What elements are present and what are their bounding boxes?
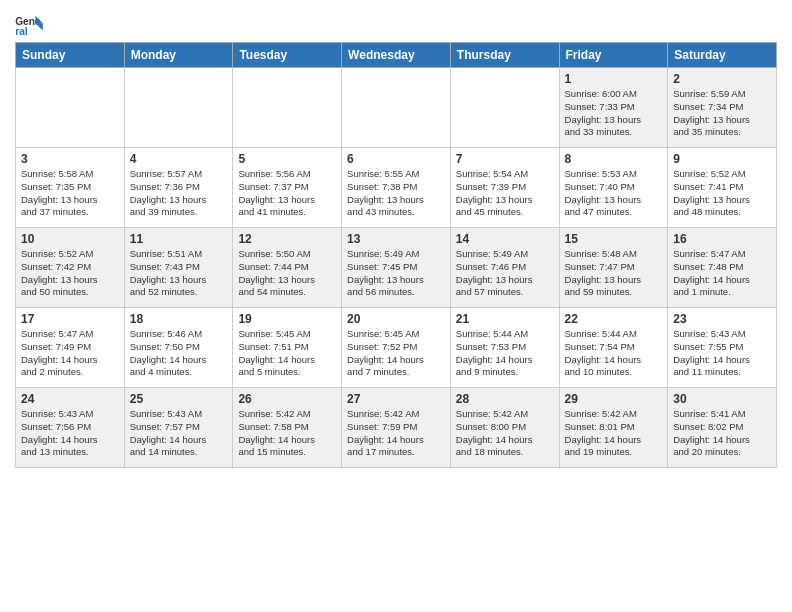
header-row: SundayMondayTuesdayWednesdayThursdayFrid… [16,43,777,68]
day-info: Sunrise: 5:41 AM Sunset: 8:02 PM Dayligh… [673,408,771,459]
day-info: Sunrise: 5:52 AM Sunset: 7:42 PM Dayligh… [21,248,119,299]
day-info: Sunrise: 5:51 AM Sunset: 7:43 PM Dayligh… [130,248,228,299]
day-number: 11 [130,232,228,246]
day-info: Sunrise: 5:45 AM Sunset: 7:51 PM Dayligh… [238,328,336,379]
logo-icon: Gene ral [15,14,43,36]
day-info: Sunrise: 5:44 AM Sunset: 7:53 PM Dayligh… [456,328,554,379]
calendar-cell [342,68,451,148]
day-number: 3 [21,152,119,166]
day-number: 8 [565,152,663,166]
day-number: 24 [21,392,119,406]
calendar-cell: 18Sunrise: 5:46 AM Sunset: 7:50 PM Dayli… [124,308,233,388]
day-info: Sunrise: 5:42 AM Sunset: 7:59 PM Dayligh… [347,408,445,459]
svg-text:ral: ral [15,26,28,36]
day-info: Sunrise: 5:48 AM Sunset: 7:47 PM Dayligh… [565,248,663,299]
calendar-cell: 6Sunrise: 5:55 AM Sunset: 7:38 PM Daylig… [342,148,451,228]
calendar-cell: 25Sunrise: 5:43 AM Sunset: 7:57 PM Dayli… [124,388,233,468]
day-info: Sunrise: 5:43 AM Sunset: 7:55 PM Dayligh… [673,328,771,379]
logo: Gene ral [15,14,47,36]
day-info: Sunrise: 5:42 AM Sunset: 8:00 PM Dayligh… [456,408,554,459]
day-number: 4 [130,152,228,166]
column-header-wednesday: Wednesday [342,43,451,68]
calendar-cell: 8Sunrise: 5:53 AM Sunset: 7:40 PM Daylig… [559,148,668,228]
calendar-cell: 1Sunrise: 6:00 AM Sunset: 7:33 PM Daylig… [559,68,668,148]
day-info: Sunrise: 5:50 AM Sunset: 7:44 PM Dayligh… [238,248,336,299]
calendar-cell: 9Sunrise: 5:52 AM Sunset: 7:41 PM Daylig… [668,148,777,228]
calendar-cell [233,68,342,148]
header: Gene ral [15,10,777,36]
calendar-cell [124,68,233,148]
day-number: 5 [238,152,336,166]
day-number: 29 [565,392,663,406]
calendar-cell: 23Sunrise: 5:43 AM Sunset: 7:55 PM Dayli… [668,308,777,388]
day-info: Sunrise: 5:49 AM Sunset: 7:45 PM Dayligh… [347,248,445,299]
day-number: 26 [238,392,336,406]
calendar-cell [450,68,559,148]
calendar-cell: 30Sunrise: 5:41 AM Sunset: 8:02 PM Dayli… [668,388,777,468]
calendar-week-1: 1Sunrise: 6:00 AM Sunset: 7:33 PM Daylig… [16,68,777,148]
calendar-week-4: 17Sunrise: 5:47 AM Sunset: 7:49 PM Dayli… [16,308,777,388]
day-number: 16 [673,232,771,246]
calendar-cell: 5Sunrise: 5:56 AM Sunset: 7:37 PM Daylig… [233,148,342,228]
day-number: 15 [565,232,663,246]
calendar-table: SundayMondayTuesdayWednesdayThursdayFrid… [15,42,777,468]
day-info: Sunrise: 5:42 AM Sunset: 8:01 PM Dayligh… [565,408,663,459]
day-info: Sunrise: 5:54 AM Sunset: 7:39 PM Dayligh… [456,168,554,219]
day-number: 7 [456,152,554,166]
calendar-week-3: 10Sunrise: 5:52 AM Sunset: 7:42 PM Dayli… [16,228,777,308]
calendar-cell: 4Sunrise: 5:57 AM Sunset: 7:36 PM Daylig… [124,148,233,228]
day-number: 17 [21,312,119,326]
day-number: 30 [673,392,771,406]
calendar-cell: 7Sunrise: 5:54 AM Sunset: 7:39 PM Daylig… [450,148,559,228]
calendar-week-2: 3Sunrise: 5:58 AM Sunset: 7:35 PM Daylig… [16,148,777,228]
day-info: Sunrise: 5:59 AM Sunset: 7:34 PM Dayligh… [673,88,771,139]
day-number: 9 [673,152,771,166]
day-number: 25 [130,392,228,406]
day-number: 28 [456,392,554,406]
day-info: Sunrise: 5:56 AM Sunset: 7:37 PM Dayligh… [238,168,336,219]
calendar-cell: 20Sunrise: 5:45 AM Sunset: 7:52 PM Dayli… [342,308,451,388]
calendar-cell: 14Sunrise: 5:49 AM Sunset: 7:46 PM Dayli… [450,228,559,308]
day-number: 22 [565,312,663,326]
column-header-thursday: Thursday [450,43,559,68]
column-header-friday: Friday [559,43,668,68]
day-number: 18 [130,312,228,326]
day-info: Sunrise: 5:43 AM Sunset: 7:56 PM Dayligh… [21,408,119,459]
calendar-cell: 21Sunrise: 5:44 AM Sunset: 7:53 PM Dayli… [450,308,559,388]
day-info: Sunrise: 5:42 AM Sunset: 7:58 PM Dayligh… [238,408,336,459]
column-header-saturday: Saturday [668,43,777,68]
day-info: Sunrise: 5:44 AM Sunset: 7:54 PM Dayligh… [565,328,663,379]
day-info: Sunrise: 5:46 AM Sunset: 7:50 PM Dayligh… [130,328,228,379]
calendar-cell: 11Sunrise: 5:51 AM Sunset: 7:43 PM Dayli… [124,228,233,308]
calendar-cell: 27Sunrise: 5:42 AM Sunset: 7:59 PM Dayli… [342,388,451,468]
day-info: Sunrise: 5:47 AM Sunset: 7:48 PM Dayligh… [673,248,771,299]
day-number: 6 [347,152,445,166]
day-number: 13 [347,232,445,246]
calendar-cell: 24Sunrise: 5:43 AM Sunset: 7:56 PM Dayli… [16,388,125,468]
calendar-cell: 15Sunrise: 5:48 AM Sunset: 7:47 PM Dayli… [559,228,668,308]
calendar-cell [16,68,125,148]
calendar-cell: 10Sunrise: 5:52 AM Sunset: 7:42 PM Dayli… [16,228,125,308]
day-number: 14 [456,232,554,246]
calendar-cell: 26Sunrise: 5:42 AM Sunset: 7:58 PM Dayli… [233,388,342,468]
calendar-week-5: 24Sunrise: 5:43 AM Sunset: 7:56 PM Dayli… [16,388,777,468]
calendar-cell: 22Sunrise: 5:44 AM Sunset: 7:54 PM Dayli… [559,308,668,388]
day-number: 12 [238,232,336,246]
day-number: 10 [21,232,119,246]
day-number: 2 [673,72,771,86]
day-info: Sunrise: 5:43 AM Sunset: 7:57 PM Dayligh… [130,408,228,459]
day-info: Sunrise: 5:45 AM Sunset: 7:52 PM Dayligh… [347,328,445,379]
day-number: 21 [456,312,554,326]
calendar-cell: 16Sunrise: 5:47 AM Sunset: 7:48 PM Dayli… [668,228,777,308]
day-number: 20 [347,312,445,326]
column-header-monday: Monday [124,43,233,68]
calendar-cell: 19Sunrise: 5:45 AM Sunset: 7:51 PM Dayli… [233,308,342,388]
day-info: Sunrise: 5:53 AM Sunset: 7:40 PM Dayligh… [565,168,663,219]
day-info: Sunrise: 5:47 AM Sunset: 7:49 PM Dayligh… [21,328,119,379]
day-info: Sunrise: 5:57 AM Sunset: 7:36 PM Dayligh… [130,168,228,219]
day-number: 27 [347,392,445,406]
day-info: Sunrise: 6:00 AM Sunset: 7:33 PM Dayligh… [565,88,663,139]
column-header-sunday: Sunday [16,43,125,68]
calendar-cell: 29Sunrise: 5:42 AM Sunset: 8:01 PM Dayli… [559,388,668,468]
calendar-cell: 13Sunrise: 5:49 AM Sunset: 7:45 PM Dayli… [342,228,451,308]
